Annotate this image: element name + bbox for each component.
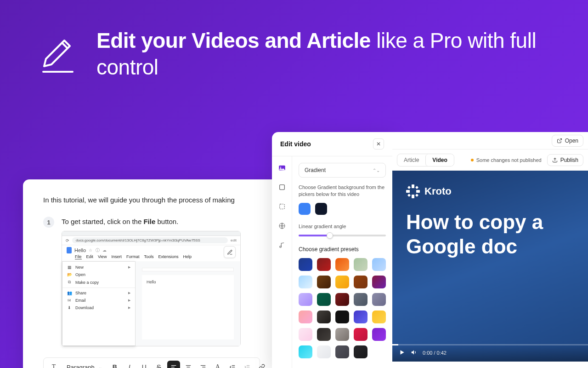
gdocs-dropdown-new[interactable]: ▦New▶ — [62, 264, 135, 271]
gradient-preset-4[interactable] — [372, 258, 386, 271]
brand-row: Kroto — [406, 184, 574, 198]
gradient-preset-7[interactable] — [335, 276, 349, 288]
background-tab-icon[interactable] — [277, 163, 287, 173]
frame-tab-icon[interactable] — [277, 182, 287, 192]
step-number-badge: 1 — [43, 217, 54, 228]
article-video-tabs: Article Video — [397, 154, 454, 167]
gradient-preset-28[interactable] — [354, 345, 368, 358]
align-left-button[interactable] — [167, 361, 180, 368]
volume-button[interactable] — [411, 349, 417, 356]
video-panel-main: Gradient ⌃⌄ Choose Gradient background f… — [292, 156, 392, 368]
svg-marker-33 — [412, 350, 414, 354]
gdocs-title-row: Hello ☆ ⓘ ☁ — [62, 245, 240, 253]
gradient-preset-17[interactable] — [335, 310, 349, 323]
gdocs-dropdown-download[interactable]: ⬇Download▶ — [62, 304, 135, 311]
gradient-preset-8[interactable] — [354, 276, 368, 288]
gdocs-menu-file[interactable]: File — [75, 254, 82, 259]
gdocs-menu-insert[interactable]: Insert — [111, 254, 122, 259]
gradient-preset-24[interactable] — [372, 328, 386, 341]
gdocs-menu-format[interactable]: Format — [126, 254, 140, 259]
url-field: docs.google.com/document/d/13OLHj7C8gTZW… — [72, 237, 228, 243]
gdocs-dropdown-email[interactable]: ✉Email▶ — [62, 297, 135, 304]
gradient-preset-25[interactable] — [299, 345, 312, 358]
gradient-preset-12[interactable] — [335, 293, 349, 306]
gradient-preset-14[interactable] — [372, 293, 386, 306]
tab-video[interactable]: Video — [425, 154, 453, 166]
bold-button[interactable]: B — [108, 361, 121, 368]
hero-headline: Edit your Videos and Article like a Pro … — [96, 28, 551, 80]
slider-fill — [299, 235, 330, 236]
gdocs-menu-tools[interactable]: Tools — [144, 254, 153, 259]
reload-icon: ⟳ — [66, 238, 69, 243]
indent-decrease-button[interactable] — [226, 361, 239, 368]
gradient-preset-26[interactable] — [317, 345, 331, 358]
gradient-preset-18[interactable] — [354, 310, 368, 323]
gradient-preset-5[interactable] — [299, 276, 312, 288]
gdocs-title: Hello — [74, 247, 86, 253]
underline-button[interactable]: U — [138, 361, 151, 368]
gdocs-menu-help[interactable]: Help — [183, 254, 192, 259]
progress-track[interactable] — [392, 344, 588, 345]
gdocs-dropdown-copy[interactable]: ⧉Make a copy — [62, 278, 135, 286]
video-time: 0:00 / 0:42 — [423, 350, 447, 356]
indent-increase-button[interactable] — [241, 361, 254, 368]
gradient-preset-6[interactable] — [317, 276, 331, 288]
gradient-color-1[interactable] — [299, 203, 311, 215]
gdocs-dropdown-share[interactable]: 👥Share▶ — [62, 289, 135, 297]
close-button[interactable]: ✕ — [373, 138, 384, 150]
music-tab-icon[interactable] — [277, 240, 287, 250]
gradient-preset-13[interactable] — [354, 293, 368, 306]
gradient-preset-9[interactable] — [372, 276, 386, 288]
crop-tab-icon[interactable] — [277, 201, 287, 212]
publish-button[interactable]: Publish — [547, 154, 583, 166]
gradient-preset-2[interactable] — [335, 258, 349, 271]
gdocs-ruler — [142, 268, 234, 271]
gradient-preset-10[interactable] — [299, 293, 312, 306]
angle-slider[interactable] — [299, 235, 386, 236]
gradient-color-2[interactable] — [315, 203, 327, 215]
gdocs-menu-extensions[interactable]: Extensions — [158, 254, 178, 259]
brand-logo-icon — [406, 184, 420, 198]
gradient-preset-23[interactable] — [354, 328, 368, 341]
article-editor-toolbar: T Paragraph ⌄ B I U S A — [43, 357, 260, 368]
gradient-preset-1[interactable] — [317, 258, 331, 271]
browser-tabs — [62, 231, 240, 236]
background-type-select[interactable]: Gradient ⌃⌄ — [299, 163, 386, 178]
align-right-button[interactable] — [197, 361, 209, 368]
gradient-preset-0[interactable] — [299, 258, 312, 271]
tab-article[interactable]: Article — [397, 154, 425, 166]
globe-tab-icon[interactable] — [277, 221, 287, 231]
gradient-preset-21[interactable] — [317, 328, 331, 341]
svg-point-21 — [279, 246, 281, 248]
gdocs-dropdown-open[interactable]: 📂Open — [62, 271, 135, 278]
open-button[interactable]: Open — [552, 135, 583, 147]
paragraph-dropdown[interactable]: Paragraph ⌄ — [62, 362, 107, 368]
gradient-preset-22[interactable] — [335, 328, 349, 341]
gdocs-menu-edit[interactable]: Edit — [86, 254, 94, 259]
gradient-preset-11[interactable] — [317, 293, 331, 306]
gdocs-page: Hello — [142, 275, 234, 339]
svg-rect-25 — [412, 195, 414, 198]
link-button[interactable] — [255, 361, 268, 368]
angle-label: Linear gradient angle — [299, 223, 386, 230]
strikethrough-button[interactable]: S — [153, 361, 165, 368]
gradient-preset-3[interactable] — [354, 258, 368, 271]
edit-video-title: Edit video — [280, 140, 311, 148]
chevron-down-icon: ⌄ — [98, 365, 102, 368]
tutorial-app-region: Open Article Video Some changes not publ… — [392, 132, 588, 368]
align-center-button[interactable] — [182, 361, 195, 368]
gradient-preset-27[interactable] — [335, 345, 349, 358]
gdocs-menu-view[interactable]: View — [98, 254, 107, 259]
text-tool-icon[interactable]: T — [47, 361, 60, 368]
slider-thumb[interactable] — [327, 232, 333, 239]
text-color-button[interactable]: A — [211, 361, 224, 368]
video-title: How to copy a Google doc — [406, 210, 574, 259]
gradient-preset-15[interactable] — [299, 310, 312, 323]
play-button[interactable] — [399, 349, 405, 356]
gradient-preset-19[interactable] — [372, 310, 386, 323]
gradient-preset-20[interactable] — [299, 328, 312, 341]
italic-button[interactable]: I — [123, 361, 136, 368]
step-row: 1 To get started, click on the File butt… — [43, 217, 260, 346]
edit-screenshot-button[interactable] — [224, 246, 236, 258]
gradient-preset-16[interactable] — [317, 310, 331, 323]
